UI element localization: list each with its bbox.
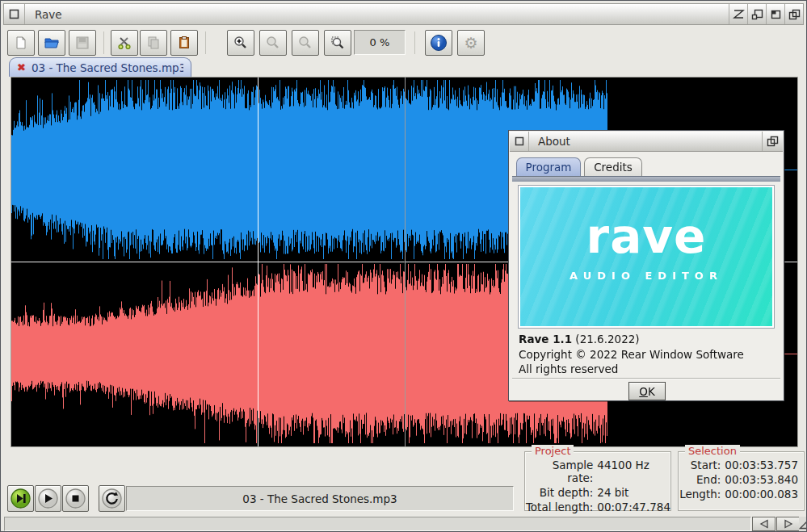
selection-row-label: Start:: [679, 459, 721, 471]
now-playing-text: 03 - The Sacred Stones.mp3: [242, 492, 397, 505]
copy-icon: [146, 36, 161, 50]
new-button[interactable]: [7, 30, 35, 56]
zoom-level-readout: 0 %: [354, 30, 406, 55]
tab-label: 03 - The Sacred Stones.mp3: [32, 61, 183, 74]
selection-panel: Selection Start: 00:03:53.757 End: 00:03…: [678, 451, 805, 511]
new-file-icon: [14, 36, 28, 50]
about-tab-divider: [512, 176, 780, 182]
shrink-icon: [751, 9, 763, 20]
copyright-line: Copyright © 2022 Rear Window Software: [519, 348, 744, 361]
selection-row-value: 00:03:53.840: [725, 473, 798, 486]
selection-row-value: 00:00:00.083: [725, 488, 798, 501]
arrow-left-icon: [759, 519, 770, 529]
project-row-label: Bit depth:: [525, 486, 593, 499]
info-button[interactable]: [425, 30, 452, 56]
window-title: Rave: [35, 8, 62, 21]
open-button[interactable]: [38, 30, 65, 56]
project-row-label: Sample rate:: [525, 459, 593, 484]
project-row-value: 00:07:47.784: [597, 501, 670, 513]
ok-button[interactable]: OK: [628, 382, 666, 400]
scissors-icon: [117, 36, 132, 50]
zoom-in-button[interactable]: [227, 30, 254, 56]
selection-legend: Selection: [685, 445, 740, 457]
zoom-selection-button[interactable]: [324, 30, 351, 56]
selection-row-value: 00:03:53.757: [725, 459, 798, 471]
play-pause-button[interactable]: [7, 485, 34, 512]
save-icon: [75, 36, 90, 50]
toolbar-separator: [205, 31, 206, 54]
play-icon: [37, 488, 59, 509]
resize-corner[interactable]: [799, 517, 807, 531]
selection-row-label: End:: [679, 473, 721, 486]
stop-button[interactable]: [62, 485, 89, 512]
loop-button[interactable]: [99, 485, 125, 512]
depth-icon: [788, 9, 801, 20]
about-depth-button[interactable]: [762, 132, 783, 151]
play-pause-icon: [10, 488, 32, 509]
window-iconify-button[interactable]: [729, 4, 747, 24]
about-tab-program[interactable]: Program: [516, 157, 581, 176]
scroll-right-button[interactable]: [776, 517, 800, 531]
version-rest: (21.6.2022): [572, 333, 640, 346]
version-bold: Rave 1.1: [519, 333, 572, 346]
about-titlebar[interactable]: About: [510, 132, 783, 152]
window-depth-button[interactable]: [784, 4, 803, 24]
arrow-right-icon: [783, 519, 794, 529]
zoom-original-icon: [298, 36, 313, 50]
save-button[interactable]: [69, 30, 96, 56]
zoom-selection-icon: [330, 36, 345, 50]
zoom-out-button[interactable]: [259, 30, 287, 56]
playhead-line: [258, 77, 258, 446]
zoom-window-icon: [770, 9, 782, 20]
window-shrink-button[interactable]: [747, 4, 766, 24]
close-icon: [9, 9, 19, 19]
close-icon: [515, 136, 524, 146]
project-panel: Project Sample rate: 44100 Hz Bit depth:…: [524, 451, 671, 511]
window-titlebar[interactable]: Rave: [3, 3, 804, 25]
logo-subtitle: AUDIO EDITOR: [519, 270, 774, 282]
document-tab[interactable]: ✖ 03 - The Sacred Stones.mp3: [9, 57, 191, 77]
zoom-in-icon: [233, 36, 248, 50]
version-line: Rave 1.1 (21.6.2022): [519, 333, 640, 346]
toolbar-separator: [414, 31, 415, 54]
dialog-separator: [512, 378, 780, 379]
settings-button[interactable]: ⚙: [457, 30, 485, 56]
paste-button[interactable]: [170, 30, 198, 56]
project-row-value: 24 bit: [597, 486, 670, 499]
depth-icon: [767, 136, 779, 147]
gear-icon: ⚙: [464, 36, 477, 51]
about-dialog: About Program Credits rave AUDIO EDITOR …: [508, 130, 784, 401]
tab-close-icon[interactable]: ✖: [17, 62, 26, 73]
logo-wordmark: rave: [519, 213, 774, 260]
rave-logo: rave AUDIO EDITOR: [518, 185, 775, 329]
loop-icon: [101, 488, 123, 509]
toolbar-separator: [103, 31, 104, 54]
horizontal-scrollbar[interactable]: [4, 517, 751, 531]
selection-marker-line: [405, 77, 406, 446]
zoom-out-icon: [266, 36, 280, 50]
resize-icon: [799, 518, 807, 530]
project-row-label: Total length:: [525, 501, 593, 513]
scroll-left-button[interactable]: [752, 517, 775, 531]
about-close-button[interactable]: [510, 132, 529, 151]
project-row-value: 44100 Hz: [597, 459, 670, 484]
about-title: About: [538, 135, 570, 148]
paste-clipboard-icon: [177, 36, 191, 50]
window-close-button[interactable]: [4, 4, 25, 24]
zoom-original-button[interactable]: [292, 30, 319, 56]
cut-button[interactable]: [111, 30, 138, 56]
info-icon: [430, 34, 448, 52]
copy-button[interactable]: [140, 30, 167, 56]
iconify-icon: [733, 9, 745, 19]
now-playing-bar: 03 - The Sacred Stones.mp3: [126, 486, 514, 511]
stop-icon: [65, 488, 86, 509]
window-zoom-button[interactable]: [766, 4, 784, 24]
project-legend: Project: [532, 445, 574, 457]
app-window: Rave: [0, 0, 807, 532]
selection-row-label: Length:: [679, 488, 721, 501]
about-tab-credits[interactable]: Credits: [584, 157, 642, 176]
play-button[interactable]: [35, 485, 61, 512]
rights-line: All rights reserved: [519, 362, 618, 375]
open-folder-icon: [44, 36, 60, 50]
